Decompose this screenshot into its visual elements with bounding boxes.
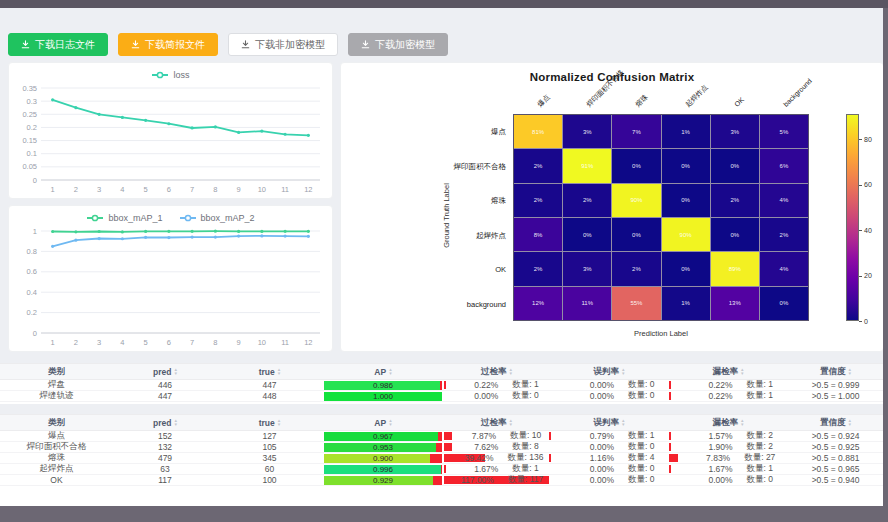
ap-value: 0.967 <box>324 432 441 441</box>
class-metrics-table: 类别pred▴▾true▴▾AP▴▾过检率▴▾误判率▴▾漏检率▴▾置信度▴▾爆点… <box>0 414 884 486</box>
download-encrypted-model-button[interactable]: 下载加密模型 <box>348 33 448 56</box>
chart-legend: bbox_mAP_1bbox_mAP_2 <box>9 206 332 226</box>
rate-quantity: 数量: 136 <box>508 453 544 463</box>
svg-text:3: 3 <box>97 338 101 347</box>
col-header-over[interactable]: 过检率▴▾ <box>444 364 549 379</box>
cell-ap: 0.986 <box>322 380 444 390</box>
col-header-miss[interactable]: 漏检率▴▾ <box>669 415 787 430</box>
colorbar-tick-label: 80 <box>864 136 872 143</box>
matrix-cell: 8% <box>514 218 562 251</box>
toolbar: 下载日志文件下载简报文件下载非加密模型下载加密模型 <box>8 33 448 56</box>
sort-caret-icon: ▴▾ <box>174 419 177 426</box>
col-header-pred[interactable]: pred▴▾ <box>113 415 217 430</box>
ap-value: 0.996 <box>324 465 441 474</box>
rate-value: 0.00% <box>683 475 733 485</box>
svg-text:8: 8 <box>213 338 217 347</box>
cell-class-name: 起焊炸点 <box>0 464 113 474</box>
sort-caret-icon: ▴▾ <box>174 368 177 375</box>
rate-value: 0.00% <box>564 475 614 485</box>
sort-caret-icon: ▴▾ <box>848 368 851 375</box>
matrix-cell: 89% <box>711 252 759 285</box>
rate-value: 0.00% <box>454 391 498 401</box>
rate-value: 0.22% <box>683 391 733 401</box>
matrix-cell: 2% <box>760 218 808 251</box>
rate-value: 1.57% <box>683 431 733 441</box>
confusion-matrix-card: Normalized Confusion Matrix Ground Truth… <box>340 62 884 352</box>
matrix-cell: 1% <box>662 287 710 320</box>
legend-item-bbox_mAP_1[interactable]: bbox_mAP_1 <box>86 213 162 223</box>
svg-text:8: 8 <box>213 185 217 194</box>
download-icon <box>361 40 370 49</box>
download-report-button[interactable]: 下载简报文件 <box>118 33 218 56</box>
tables-gap <box>0 404 884 414</box>
cell-miss-rate: 0.22%数量: 1 <box>669 380 787 390</box>
button-label: 下载日志文件 <box>35 38 95 52</box>
svg-text:2: 2 <box>74 185 78 194</box>
legend-item-bbox_mAP_2[interactable]: bbox_mAP_2 <box>179 213 255 223</box>
rate-value: 1.67% <box>454 464 498 474</box>
cell-miss-rate: 7.83%数量: 27 <box>669 453 787 463</box>
col-header-true[interactable]: true▴▾ <box>217 415 322 430</box>
col-header-mis[interactable]: 误判率▴▾ <box>549 364 669 379</box>
download-log-button[interactable]: 下载日志文件 <box>8 33 108 56</box>
legend-label: bbox_mAP_2 <box>201 213 255 223</box>
download-plain-model-button[interactable]: 下载非加密模型 <box>228 33 338 56</box>
rate-quantity: 数量: 4 <box>628 453 654 463</box>
dashboard-page: 下载日志文件下载简报文件下载非加密模型下载加密模型 loss00.050.10.… <box>0 0 888 522</box>
col-header-true[interactable]: true▴▾ <box>217 364 322 379</box>
button-label: 下载简报文件 <box>145 38 205 52</box>
col-header-pred[interactable]: pred▴▾ <box>113 364 217 379</box>
table-row: 焊盘4464470.9860.22%数量: 10.00%数量: 00.22%数量… <box>0 380 884 391</box>
ap-value: 0.953 <box>324 443 441 452</box>
matrix-cell: 0% <box>563 218 611 251</box>
cell-over-rate: 0.22%数量: 1 <box>444 380 549 390</box>
matrix-cell: 0% <box>662 252 710 285</box>
matrix-cell: 12% <box>514 287 562 320</box>
matrix-cell: 6% <box>760 149 808 182</box>
chart-legend: loss <box>9 63 332 83</box>
cell-miss-rate: 0.00%数量: 0 <box>669 475 787 485</box>
rate-quantity: 数量: 1 <box>512 380 538 390</box>
col-header-ap[interactable]: AP▴▾ <box>322 415 444 430</box>
col-header-conf[interactable]: 置信度▴▾ <box>787 364 884 379</box>
svg-text:12: 12 <box>304 338 312 347</box>
svg-text:0: 0 <box>33 176 37 185</box>
matrix-cell: 2% <box>711 184 759 217</box>
frame-top <box>0 0 888 8</box>
legend-item-loss[interactable]: loss <box>151 70 189 80</box>
matrix-colorbar <box>846 114 859 321</box>
sort-caret-icon: ▴▾ <box>622 368 625 375</box>
sort-caret-icon: ▴▾ <box>622 419 625 426</box>
cell-pred: 132 <box>113 442 217 452</box>
svg-text:6: 6 <box>167 338 171 347</box>
col-header-miss[interactable]: 漏检率▴▾ <box>669 364 787 379</box>
cell-confidence: >0.5 = 0.940 <box>787 475 884 485</box>
legend-marker-icon <box>179 214 197 222</box>
svg-text:0.1: 0.1 <box>27 149 37 158</box>
svg-text:3: 3 <box>97 185 101 194</box>
rate-quantity: 数量: 0 <box>512 391 538 401</box>
col-header-over[interactable]: 过检率▴▾ <box>444 415 549 430</box>
svg-text:0.25: 0.25 <box>22 110 37 119</box>
ap-value: 1.000 <box>324 392 441 401</box>
table-row: 焊印面积不合格1321050.9537.62%数量: 80.00%数量: 01.… <box>0 442 884 453</box>
matrix-row-label: 熔珠 <box>341 196 506 206</box>
cell-pred: 117 <box>113 475 217 485</box>
cell-misjudge-rate: 0.00%数量: 0 <box>549 380 669 390</box>
col-header-mis[interactable]: 误判率▴▾ <box>549 415 669 430</box>
legend-marker-icon <box>151 71 169 79</box>
col-header-conf[interactable]: 置信度▴▾ <box>787 415 884 430</box>
matrix-cell: 2% <box>563 184 611 217</box>
cell-true: 448 <box>217 391 322 401</box>
download-icon <box>131 40 140 49</box>
col-header-ap[interactable]: AP▴▾ <box>322 364 444 379</box>
cell-confidence: >0.5 = 0.881 <box>787 453 884 463</box>
rate-quantity: 数量: 1 <box>747 391 773 401</box>
cell-over-rate: 1.67%数量: 1 <box>444 464 549 474</box>
svg-text:0.6: 0.6 <box>27 267 37 276</box>
svg-text:11: 11 <box>281 338 289 347</box>
matrix-row-label: 起焊炸点 <box>341 231 506 241</box>
matrix-cell: 0% <box>760 287 808 320</box>
sort-caret-icon: ▴▾ <box>848 419 851 426</box>
ap-bar: 0.996 <box>324 465 441 474</box>
